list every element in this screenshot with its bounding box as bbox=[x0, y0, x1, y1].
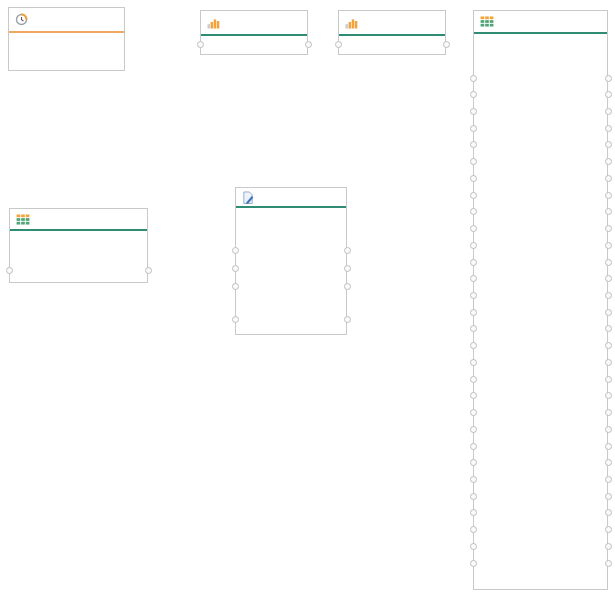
row-item[interactable] bbox=[474, 505, 607, 523]
input-port[interactable] bbox=[470, 309, 477, 316]
input-port[interactable] bbox=[470, 192, 477, 199]
output-port[interactable] bbox=[344, 316, 351, 323]
row-item[interactable] bbox=[474, 237, 607, 255]
input-port[interactable] bbox=[470, 476, 477, 483]
output-port[interactable] bbox=[605, 392, 612, 399]
row-item[interactable] bbox=[474, 371, 607, 389]
node-header[interactable] bbox=[474, 11, 607, 32]
row-item[interactable] bbox=[10, 263, 147, 281]
row-item[interactable] bbox=[474, 405, 607, 423]
input-port[interactable] bbox=[470, 292, 477, 299]
input-port[interactable] bbox=[470, 443, 477, 450]
node-header[interactable] bbox=[10, 209, 147, 229]
output-port[interactable] bbox=[605, 125, 612, 132]
input-port[interactable] bbox=[470, 493, 477, 500]
input-port[interactable] bbox=[470, 175, 477, 182]
input-port[interactable] bbox=[470, 342, 477, 349]
flow-canvas[interactable] bbox=[0, 0, 615, 596]
node-variables-1[interactable] bbox=[200, 10, 308, 55]
row-item[interactable] bbox=[474, 120, 607, 138]
row-item[interactable] bbox=[474, 137, 607, 155]
row-item[interactable] bbox=[474, 555, 607, 573]
input-port[interactable] bbox=[470, 225, 477, 232]
output-port[interactable] bbox=[605, 493, 612, 500]
output-port[interactable] bbox=[605, 359, 612, 366]
row-item[interactable] bbox=[474, 70, 607, 88]
input-port[interactable] bbox=[232, 247, 239, 254]
row-item[interactable] bbox=[474, 304, 607, 322]
output-port[interactable] bbox=[605, 292, 612, 299]
row-item[interactable] bbox=[474, 388, 607, 406]
input-port[interactable] bbox=[470, 426, 477, 433]
input-port[interactable] bbox=[470, 108, 477, 115]
input-port[interactable] bbox=[335, 41, 342, 48]
output-port[interactable] bbox=[605, 91, 612, 98]
input-port[interactable] bbox=[470, 158, 477, 165]
input-port[interactable] bbox=[470, 208, 477, 215]
output-port[interactable] bbox=[605, 409, 612, 416]
output-port[interactable] bbox=[605, 560, 612, 567]
output-port[interactable] bbox=[605, 476, 612, 483]
input-port[interactable] bbox=[470, 359, 477, 366]
output-port[interactable] bbox=[605, 526, 612, 533]
node-header[interactable] bbox=[236, 188, 346, 206]
output-port[interactable] bbox=[605, 459, 612, 466]
row-item[interactable] bbox=[474, 455, 607, 473]
input-port[interactable] bbox=[470, 459, 477, 466]
output-port[interactable] bbox=[605, 192, 612, 199]
output-port[interactable] bbox=[344, 247, 351, 254]
row-item[interactable] bbox=[236, 242, 346, 260]
node-script[interactable] bbox=[235, 187, 347, 335]
row-item[interactable] bbox=[474, 254, 607, 272]
input-port[interactable] bbox=[470, 75, 477, 82]
input-port[interactable] bbox=[470, 392, 477, 399]
input-port[interactable] bbox=[470, 376, 477, 383]
input-port[interactable] bbox=[470, 242, 477, 249]
output-port[interactable] bbox=[605, 225, 612, 232]
input-port[interactable] bbox=[470, 91, 477, 98]
input-port[interactable] bbox=[232, 283, 239, 290]
output-port[interactable] bbox=[605, 543, 612, 550]
node-header[interactable] bbox=[339, 11, 445, 34]
output-port[interactable] bbox=[605, 108, 612, 115]
row-item[interactable] bbox=[339, 36, 445, 54]
output-port[interactable] bbox=[605, 275, 612, 282]
row-item[interactable] bbox=[474, 271, 607, 289]
input-port[interactable] bbox=[470, 275, 477, 282]
output-port[interactable] bbox=[605, 175, 612, 182]
row-item[interactable] bbox=[474, 321, 607, 339]
row-item[interactable] bbox=[474, 522, 607, 540]
output-port[interactable] bbox=[605, 426, 612, 433]
node-opc-right[interactable] bbox=[473, 10, 608, 590]
output-port[interactable] bbox=[605, 141, 612, 148]
input-port[interactable] bbox=[197, 41, 204, 48]
node-header[interactable] bbox=[201, 11, 307, 34]
row-item[interactable] bbox=[474, 438, 607, 456]
output-port[interactable] bbox=[443, 41, 450, 48]
output-port[interactable] bbox=[344, 265, 351, 272]
row-item[interactable] bbox=[474, 538, 607, 556]
row-item[interactable] bbox=[236, 260, 346, 278]
input-port[interactable] bbox=[232, 316, 239, 323]
output-port[interactable] bbox=[145, 267, 152, 274]
input-port[interactable] bbox=[470, 141, 477, 148]
output-port[interactable] bbox=[605, 259, 612, 266]
output-port[interactable] bbox=[605, 75, 612, 82]
output-port[interactable] bbox=[605, 208, 612, 215]
node-time-trigger[interactable] bbox=[8, 7, 125, 71]
row-item[interactable] bbox=[474, 421, 607, 439]
input-port[interactable] bbox=[470, 560, 477, 567]
input-port[interactable] bbox=[470, 526, 477, 533]
output-port[interactable] bbox=[605, 158, 612, 165]
row-item[interactable] bbox=[474, 221, 607, 239]
input-port[interactable] bbox=[470, 409, 477, 416]
row-item[interactable] bbox=[474, 338, 607, 356]
output-port[interactable] bbox=[605, 443, 612, 450]
input-port[interactable] bbox=[470, 509, 477, 516]
row-item[interactable] bbox=[474, 103, 607, 121]
output-port[interactable] bbox=[605, 325, 612, 332]
output-port[interactable] bbox=[305, 41, 312, 48]
row-item[interactable] bbox=[236, 311, 346, 329]
input-port[interactable] bbox=[6, 267, 13, 274]
row-item[interactable] bbox=[474, 87, 607, 105]
